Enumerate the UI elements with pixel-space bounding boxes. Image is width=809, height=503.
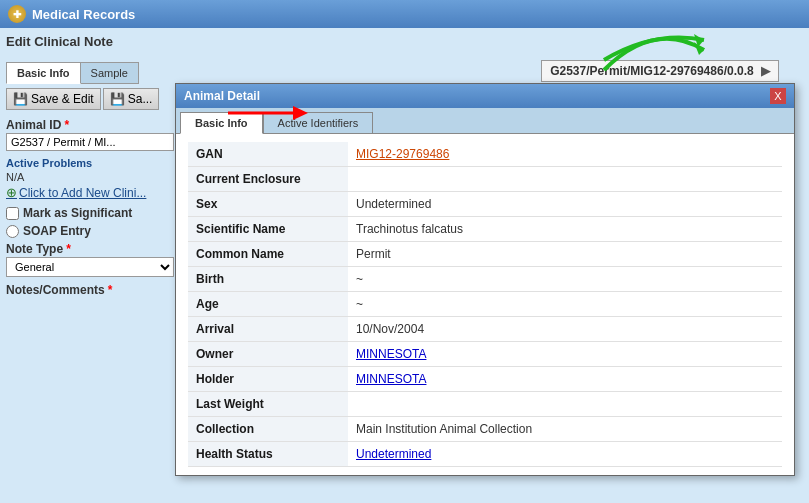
detail-label: GAN (188, 142, 348, 167)
detail-label: Current Enclosure (188, 167, 348, 192)
notes-comments-label: Notes/Comments * (6, 283, 174, 297)
save-icon-2: 💾 (110, 92, 125, 106)
toolbar: 💾 Save & Edit 💾 Sa... (6, 88, 174, 110)
soap-entry-radio[interactable] (6, 225, 19, 238)
save-label: Sa... (128, 92, 153, 106)
add-circle-icon: ⊕ (6, 185, 17, 200)
table-row: OwnerMINNESOTA (188, 342, 782, 367)
table-row: Current Enclosure (188, 167, 782, 192)
dialog-content: GANMIG12-29769486Current EnclosureSexUnd… (176, 134, 794, 475)
table-row: GANMIG12-29769486 (188, 142, 782, 167)
detail-link-blue[interactable]: MINNESOTA (356, 347, 426, 361)
detail-value: Permit (348, 242, 782, 267)
table-row: Birth~ (188, 267, 782, 292)
table-row: Scientific NameTrachinotus falcatus (188, 217, 782, 242)
detail-label: Age (188, 292, 348, 317)
add-clinic-link[interactable]: ⊕ Click to Add New Clini... (6, 185, 174, 200)
detail-value: 10/Nov/2004 (348, 317, 782, 342)
detail-value: Main Institution Animal Collection (348, 417, 782, 442)
detail-value (348, 392, 782, 417)
animal-id-label: Animal ID * (6, 118, 174, 132)
active-problems-value: N/A (6, 171, 174, 183)
mark-significant-label: Mark as Significant (23, 206, 132, 220)
main-panel: Edit Clinical Note G2537/Permit/MIG12-29… (0, 28, 809, 503)
detail-label: Sex (188, 192, 348, 217)
mark-significant-row: Mark as Significant (6, 206, 174, 220)
title-bar: ✚ Medical Records (0, 0, 809, 28)
detail-table: GANMIG12-29769486Current EnclosureSexUnd… (188, 142, 782, 467)
detail-link-blue[interactable]: MINNESOTA (356, 372, 426, 386)
save-icon: 💾 (13, 92, 28, 106)
animal-detail-dialog: Animal Detail X Basic Info Active Identi… (175, 83, 795, 476)
save-edit-button[interactable]: 💾 Save & Edit (6, 88, 101, 110)
red-arrow-annotation (228, 98, 308, 131)
svg-marker-3 (293, 106, 308, 120)
animal-id-input[interactable] (6, 133, 174, 151)
detail-value[interactable]: MIG12-29769486 (348, 142, 782, 167)
save-edit-label: Save & Edit (31, 92, 94, 106)
detail-label: Common Name (188, 242, 348, 267)
detail-label: Arrival (188, 317, 348, 342)
detail-label: Holder (188, 367, 348, 392)
detail-value: ~ (348, 267, 782, 292)
note-type-group: Note Type * General (6, 242, 174, 277)
save-button[interactable]: 💾 Sa... (103, 88, 160, 110)
animal-id-group: Animal ID * (6, 118, 174, 151)
soap-entry-label: SOAP Entry (23, 224, 91, 238)
dialog-close-button[interactable]: X (770, 88, 786, 104)
detail-value: ~ (348, 292, 782, 317)
left-panel: Basic Info Sample 💾 Save & Edit 💾 Sa... … (0, 56, 180, 503)
detail-value (348, 167, 782, 192)
add-clinic-label: Click to Add New Clini... (19, 186, 146, 200)
table-row: Age~ (188, 292, 782, 317)
table-row: Last Weight (188, 392, 782, 417)
notes-required: * (108, 283, 113, 297)
detail-link-blue[interactable]: Undetermined (356, 447, 431, 461)
detail-label: Scientific Name (188, 217, 348, 242)
active-problems-group: Active Problems N/A ⊕ Click to Add New C… (6, 157, 174, 200)
detail-value: Trachinotus falcatus (348, 217, 782, 242)
table-row: SexUndetermined (188, 192, 782, 217)
detail-label: Collection (188, 417, 348, 442)
active-problems-title: Active Problems (6, 157, 174, 169)
table-row: HolderMINNESOTA (188, 367, 782, 392)
app-icon: ✚ (8, 5, 26, 23)
detail-label: Health Status (188, 442, 348, 467)
tab-basic-info[interactable]: Basic Info (6, 62, 81, 84)
left-tab-bar: Basic Info Sample (6, 62, 174, 84)
detail-label: Owner (188, 342, 348, 367)
note-type-label: Note Type * (6, 242, 174, 256)
note-type-required: * (66, 242, 71, 256)
detail-value[interactable]: MINNESOTA (348, 342, 782, 367)
table-row: Common NamePermit (188, 242, 782, 267)
table-row: CollectionMain Institution Animal Collec… (188, 417, 782, 442)
mark-significant-checkbox[interactable] (6, 207, 19, 220)
app-title: Medical Records (32, 7, 135, 22)
expand-icon: ▶ (761, 64, 770, 78)
green-arrow-decoration (594, 30, 714, 83)
detail-value[interactable]: Undetermined (348, 442, 782, 467)
table-row: Arrival10/Nov/2004 (188, 317, 782, 342)
required-marker: * (64, 118, 69, 132)
detail-value[interactable]: MINNESOTA (348, 367, 782, 392)
detail-label: Birth (188, 267, 348, 292)
notes-comments-group: Notes/Comments * (6, 283, 174, 297)
tab-sample[interactable]: Sample (81, 62, 139, 84)
detail-link-red[interactable]: MIG12-29769486 (356, 147, 449, 161)
detail-label: Last Weight (188, 392, 348, 417)
soap-entry-row: SOAP Entry (6, 224, 174, 238)
note-type-select[interactable]: General (6, 257, 174, 277)
table-row: Health StatusUndetermined (188, 442, 782, 467)
detail-value: Undetermined (348, 192, 782, 217)
